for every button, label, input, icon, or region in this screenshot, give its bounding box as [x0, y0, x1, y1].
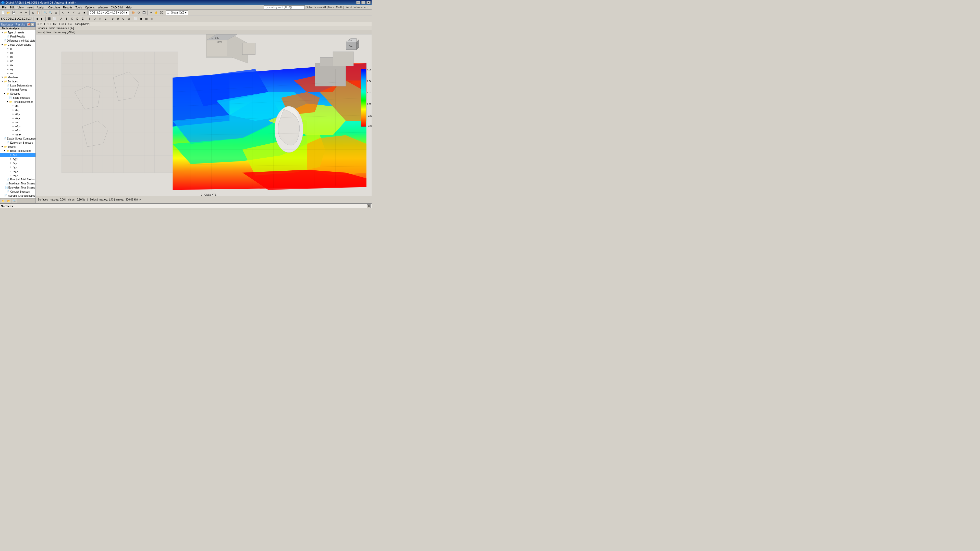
- maximize-button[interactable]: □: [361, 1, 366, 4]
- tree-item-24[interactable]: ○σ2,m: [0, 128, 35, 132]
- tb2-select-all[interactable]: ⬛: [46, 16, 52, 21]
- tb2-view1[interactable]: ⬜: [133, 16, 138, 21]
- 3d-viewport[interactable]: 0.06 0.04 0.02 0.00 -0.02 -0.06 1.75.00 …: [36, 35, 372, 196]
- tb-undo[interactable]: ↩: [18, 10, 23, 15]
- tb2-e[interactable]: E: [80, 16, 85, 21]
- tree-item-34[interactable]: ○εxy,-: [0, 169, 35, 173]
- tree-expand-11[interactable]: ▼: [1, 76, 3, 79]
- tb-surface[interactable]: ◻: [76, 10, 81, 15]
- tree-item-18[interactable]: ○σ1,+: [0, 104, 35, 108]
- keyword-search-input[interactable]: [264, 5, 305, 10]
- menu-window[interactable]: Window: [96, 6, 109, 9]
- menu-tools[interactable]: Tools: [74, 6, 83, 9]
- tree-item-10[interactable]: ○φz: [0, 71, 35, 75]
- tree-item-35[interactable]: ○εxy,+: [0, 173, 35, 177]
- tb2-j[interactable]: J: [92, 16, 97, 21]
- tree-item-6[interactable]: ○uy: [0, 55, 35, 59]
- nav-close-button[interactable]: ✕: [31, 23, 35, 26]
- tree-item-27[interactable]: 📄Equivalent Stresses: [0, 141, 35, 144]
- tree-item-2[interactable]: 📄Differences to initial state: [0, 38, 35, 43]
- tree-item-15[interactable]: ▼📁Stresses: [0, 92, 35, 96]
- tree-item-22[interactable]: ○τm: [0, 120, 35, 124]
- tb2-snap2[interactable]: ⊗: [115, 16, 121, 21]
- tb2-arrow-left[interactable]: ◀: [34, 16, 39, 21]
- tree-item-23[interactable]: ○σ1,m: [0, 124, 35, 128]
- tb2-c[interactable]: C: [69, 16, 75, 21]
- tree-item-7[interactable]: ○uz: [0, 59, 35, 63]
- tree-item-30[interactable]: ○εx,+: [0, 153, 35, 157]
- close-button[interactable]: ✕: [366, 1, 371, 4]
- bottom-panel-close[interactable]: ✕: [367, 204, 371, 208]
- tree-expand-17[interactable]: ▼: [6, 100, 9, 103]
- tb-solid[interactable]: ■: [82, 10, 87, 15]
- tb-zoom-out[interactable]: 🔍: [48, 10, 53, 15]
- tb-3d[interactable]: 3D: [159, 10, 164, 15]
- tree-item-13[interactable]: 📄Local Deformations: [0, 83, 35, 87]
- tb2-view4[interactable]: ▥: [149, 16, 154, 21]
- tree-item-17[interactable]: ▼📁Principal Stresses: [0, 100, 35, 104]
- tree-item-3[interactable]: ▼📁Global Deformations: [0, 43, 35, 47]
- tb2-1[interactable]: S:C: [0, 16, 6, 21]
- tb2-snap4[interactable]: ⊞: [126, 16, 131, 21]
- menu-cad-bim[interactable]: CAD-BIM: [109, 6, 124, 9]
- tree-expand-28[interactable]: ▼: [1, 145, 3, 148]
- tb-iso[interactable]: 🔲: [142, 10, 146, 15]
- tree-item-36[interactable]: 📄Principal Total Strains: [0, 177, 35, 181]
- tree-item-26[interactable]: 📄Elastic Stress Components: [0, 137, 35, 141]
- view-dropdown[interactable]: 1 - Global XYZ ▼: [166, 11, 188, 15]
- tree-item-29[interactable]: ▼📁Basic Total Strains: [0, 149, 35, 153]
- tb2-view2[interactable]: ▣: [138, 16, 143, 21]
- menu-results[interactable]: Results: [62, 6, 74, 9]
- tree-item-19[interactable]: ○σ2,+: [0, 108, 35, 112]
- menu-file[interactable]: File: [0, 6, 8, 9]
- tb-redo[interactable]: ↪: [24, 10, 29, 15]
- tree-item-5[interactable]: ○ux: [0, 51, 35, 55]
- nav-btn-expand[interactable]: 📁: [0, 198, 6, 203]
- nav-pin-button[interactable]: 📌: [27, 23, 30, 26]
- tree-item-31[interactable]: ○εyy,+: [0, 157, 35, 161]
- tree-item-4[interactable]: ○u: [0, 47, 35, 51]
- tree-item-9[interactable]: ○φy: [0, 67, 35, 71]
- tb-open[interactable]: 📂: [6, 10, 11, 15]
- tb-print[interactable]: 🖨: [30, 10, 35, 15]
- tree-item-32[interactable]: ○εx,-: [0, 161, 35, 165]
- tb-render[interactable]: 🎨: [130, 10, 136, 15]
- tb2-b[interactable]: B: [64, 16, 69, 21]
- tb-zoom-in[interactable]: 🔍: [43, 10, 48, 15]
- tb2-2[interactable]: CO2: [6, 16, 11, 21]
- tb2-k[interactable]: K: [98, 16, 103, 21]
- tb-save[interactable]: 💾: [11, 10, 16, 15]
- menu-assign[interactable]: Assign: [35, 6, 47, 9]
- tree-expand-29[interactable]: ▼: [3, 149, 6, 152]
- tree-item-0[interactable]: ▼📁Type of results: [0, 30, 35, 35]
- tb2-snap3[interactable]: ⊙: [121, 16, 126, 21]
- tb-select[interactable]: ↖: [60, 10, 65, 15]
- tb2-arrow-right[interactable]: ▶: [40, 16, 45, 21]
- tree-item-20[interactable]: ○σ1,-: [0, 112, 35, 116]
- tb2-deselect[interactable]: ⬜: [52, 16, 57, 21]
- tb-wire[interactable]: ⬡: [136, 10, 141, 15]
- menu-insert[interactable]: Insert: [25, 6, 35, 9]
- tb-new[interactable]: 📄: [0, 10, 6, 15]
- tree-item-39[interactable]: 📄Contact Stresses: [0, 189, 35, 194]
- tb2-snap1[interactable]: ⊕: [110, 16, 115, 21]
- nav-btn-collapse[interactable]: 📂: [6, 198, 11, 203]
- tree-expand-3[interactable]: ▼: [1, 43, 3, 46]
- tree-item-33[interactable]: ○εy,-: [0, 165, 35, 169]
- orientation-cube[interactable]: Top Front R: [344, 37, 359, 52]
- tb2-l[interactable]: L: [103, 16, 108, 21]
- tb2-5[interactable]: LC3: [22, 16, 27, 21]
- tb2-i[interactable]: I: [87, 16, 92, 21]
- menu-calculate[interactable]: Calculate: [47, 6, 62, 9]
- tb2-4[interactable]: LC2: [17, 16, 22, 21]
- nav-btn-search[interactable]: 🔍: [12, 198, 17, 203]
- tb-line[interactable]: ╱: [71, 10, 76, 15]
- tb2-a[interactable]: A: [59, 16, 64, 21]
- tb-fit[interactable]: ⊞: [53, 10, 59, 15]
- tree-expand-15[interactable]: ▼: [3, 92, 6, 95]
- tree-item-11[interactable]: ▼📁Members: [0, 75, 35, 79]
- tb2-d[interactable]: D: [75, 16, 80, 21]
- tb-rotate[interactable]: ↻: [148, 10, 153, 15]
- loadcase-dropdown[interactable]: CO2 · LC1 + LC2 + LC3 + LC4 ▼: [89, 11, 129, 15]
- tree-item-28[interactable]: ▼📁Strains: [0, 144, 35, 149]
